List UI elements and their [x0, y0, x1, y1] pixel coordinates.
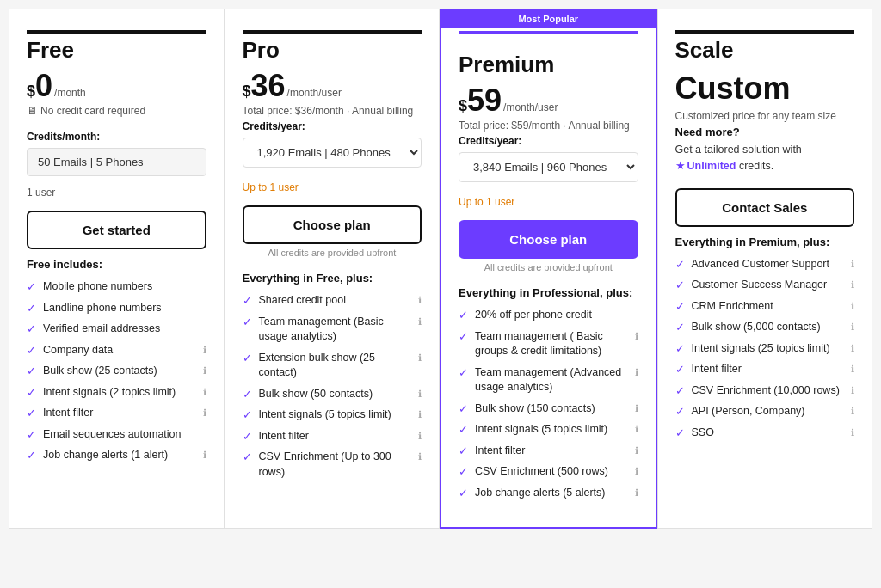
credits-note-pro: All credits are provided upfront	[243, 248, 422, 258]
info-icon-premium-1[interactable]: ℹ	[635, 331, 638, 342]
info-icon-pro-4[interactable]: ℹ	[418, 409, 422, 420]
feature-text-free-3: Company data	[43, 343, 196, 358]
feature-item-free-6: ✓ Intent filter ℹ	[27, 406, 206, 421]
feature-item-scale-4: ✓ Intent signals (25 topics limit) ℹ	[675, 341, 855, 357]
credits-label-free: Credits/month:	[27, 131, 206, 143]
plan-price-period-pro: /month/user	[287, 87, 342, 99]
user-label-free: 1 user	[27, 187, 206, 199]
info-icon-pro-2[interactable]: ℹ	[418, 352, 422, 364]
features-title-free: Free includes:	[27, 258, 206, 271]
feature-text-free-1: Landline phone numbers	[43, 301, 206, 316]
check-icon-premium-3: ✓	[459, 402, 468, 415]
plan-price-amount-free: 0	[35, 70, 52, 101]
feature-text-premium-1: Team management ( Basic groups & credit …	[475, 329, 628, 359]
info-icon-free-3[interactable]: ℹ	[203, 345, 206, 356]
check-icon-scale-1: ✓	[675, 279, 685, 291]
cta-button-pro[interactable]: Choose plan	[243, 205, 422, 244]
plan-total-price-pro: Total price: $36/month · Annual billing	[243, 105, 422, 117]
cta-button-scale[interactable]: Contact Sales	[675, 188, 855, 227]
check-icon-free-8: ✓	[27, 449, 36, 462]
info-icon-scale-2[interactable]: ℹ	[851, 301, 854, 312]
feature-item-pro-5: ✓ Intent filter ℹ	[243, 429, 422, 444]
cta-button-free[interactable]: Get started	[27, 211, 206, 249]
feature-text-free-8: Job change alerts (1 alert)	[43, 448, 196, 463]
info-icon-scale-3[interactable]: ℹ	[851, 322, 854, 333]
feature-item-scale-6: ✓ CSV Enrichment (10,000 rows) ℹ	[675, 383, 855, 399]
info-icon-scale-5[interactable]: ℹ	[851, 364, 854, 375]
plan-divider-free	[27, 30, 206, 34]
feature-item-free-4: ✓ Bulk show (25 contacts) ℹ	[27, 364, 206, 379]
feature-text-free-6: Intent filter	[43, 406, 196, 421]
feature-item-pro-0: ✓ Shared credit pool ℹ	[243, 293, 422, 309]
info-icon-pro-6[interactable]: ℹ	[418, 451, 422, 462]
feature-item-scale-2: ✓ CRM Enrichment ℹ	[675, 299, 855, 315]
feature-text-free-4: Bulk show (25 contacts)	[43, 364, 196, 379]
feature-item-premium-1: ✓ Team management ( Basic groups & credi…	[459, 329, 638, 359]
check-icon-free-3: ✓	[27, 344, 36, 357]
check-icon-pro-5: ✓	[243, 430, 252, 443]
feature-item-pro-4: ✓ Intent signals (5 topics limit) ℹ	[243, 407, 422, 423]
info-icon-scale-8[interactable]: ℹ	[851, 427, 854, 438]
check-icon-premium-5: ✓	[459, 444, 468, 457]
no-cc-text-free: No credit card required	[40, 105, 145, 117]
no-cc-icon-free: 🖥	[27, 105, 37, 117]
credits-select-premium[interactable]: 3,840 Emails | 960 PhonesOther option 1	[459, 152, 638, 182]
plan-price-dollar-pro: $	[243, 83, 251, 101]
features-title-scale: Everything in Premium, plus:	[675, 236, 855, 248]
info-icon-premium-5[interactable]: ℹ	[635, 445, 638, 456]
check-icon-pro-4: ✓	[243, 408, 252, 421]
feature-text-premium-0: 20% off per phone credit	[475, 308, 638, 323]
info-icon-free-8[interactable]: ℹ	[203, 450, 206, 461]
feature-text-pro-5: Intent filter	[259, 429, 412, 444]
info-icon-free-6[interactable]: ℹ	[203, 407, 206, 419]
up-to-user-premium: Up to 1 user	[459, 196, 638, 208]
info-icon-pro-5[interactable]: ℹ	[418, 431, 422, 442]
info-icon-scale-6[interactable]: ℹ	[851, 385, 854, 396]
check-icon-premium-0: ✓	[459, 309, 468, 322]
info-icon-pro-0[interactable]: ℹ	[418, 295, 422, 306]
feature-item-pro-6: ✓ CSV Enrichment (Up to 300 rows) ℹ	[243, 450, 422, 480]
info-icon-premium-7[interactable]: ℹ	[635, 487, 638, 499]
check-icon-scale-5: ✓	[675, 363, 685, 376]
info-icon-scale-4[interactable]: ℹ	[851, 343, 854, 354]
features-title-pro: Everything in Free, plus:	[243, 272, 422, 285]
info-icon-pro-1[interactable]: ℹ	[418, 316, 422, 328]
need-more-title-scale: Need more?	[675, 126, 855, 138]
info-icon-pro-3[interactable]: ℹ	[418, 389, 422, 400]
feature-item-free-7: ✓ Email sequences automation	[27, 427, 206, 443]
check-icon-scale-0: ✓	[675, 258, 685, 271]
info-icon-scale-7[interactable]: ℹ	[851, 406, 854, 417]
info-icon-scale-0[interactable]: ℹ	[851, 259, 854, 270]
credits-label-premium: Credits/year:	[459, 135, 638, 147]
feature-item-free-1: ✓ Landline phone numbers	[27, 301, 206, 316]
feature-item-pro-1: ✓ Team management (Basic usage analytics…	[243, 315, 422, 345]
check-icon-free-7: ✓	[27, 428, 36, 441]
credits-section-premium: Credits/year:3,840 Emails | 960 PhonesOt…	[459, 135, 638, 186]
plan-price-custom-scale: Custom	[675, 70, 855, 107]
plan-card-scale: ScaleCustomCustomized price for any team…	[657, 9, 873, 529]
feature-text-premium-4: Intent signals (5 topics limit)	[475, 422, 628, 438]
check-icon-free-0: ✓	[27, 280, 36, 293]
check-icon-premium-4: ✓	[459, 423, 468, 436]
cta-button-premium[interactable]: Choose plan	[459, 220, 638, 259]
feature-text-free-7: Email sequences automation	[43, 427, 206, 443]
unlimited-link-scale[interactable]: Unlimited	[687, 160, 736, 172]
info-icon-premium-2[interactable]: ℹ	[635, 367, 638, 378]
info-icon-premium-3[interactable]: ℹ	[635, 403, 638, 414]
check-icon-scale-4: ✓	[675, 342, 685, 355]
info-icon-premium-4[interactable]: ℹ	[635, 424, 638, 435]
info-icon-free-5[interactable]: ℹ	[203, 387, 206, 398]
plan-price-row-pro: $ 36 /month/user	[243, 70, 422, 101]
check-icon-scale-7: ✓	[675, 405, 685, 418]
credits-select-pro[interactable]: 1,920 Emails | 480 PhonesOther option 1	[243, 138, 422, 168]
feature-text-scale-5: Intent filter	[692, 362, 845, 377]
feature-item-scale-3: ✓ Bulk show (5,000 contacts) ℹ	[675, 320, 855, 335]
info-icon-scale-1[interactable]: ℹ	[851, 279, 854, 291]
feature-text-premium-7: Job change alerts (5 alerts)	[475, 486, 628, 501]
info-icon-free-4[interactable]: ℹ	[203, 365, 206, 377]
credits-note-premium: All credits are provided upfront	[459, 262, 638, 273]
info-icon-premium-6[interactable]: ℹ	[635, 466, 638, 477]
plan-name-pro: Pro	[243, 37, 422, 64]
no-cc-free: 🖥 No credit card required	[27, 105, 206, 117]
feature-text-premium-5: Intent filter	[475, 444, 628, 459]
